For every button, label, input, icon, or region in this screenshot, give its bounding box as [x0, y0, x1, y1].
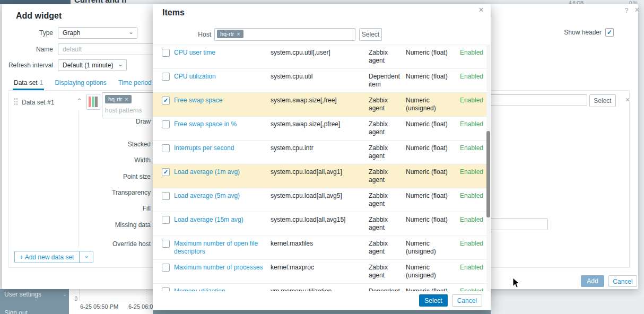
- tab-displaying-options[interactable]: Displaying options: [54, 77, 107, 90]
- item-type: Zabbix agent: [369, 97, 406, 112]
- item-name-link[interactable]: Load average (1m avg): [174, 168, 271, 184]
- item-checkbox[interactable]: [162, 49, 170, 57]
- item-status: Enabled: [455, 240, 483, 256]
- dialog-title: Add widget: [16, 11, 62, 21]
- add-button[interactable]: Add: [581, 275, 604, 287]
- item-key: vm.memory.utilization: [271, 287, 369, 291]
- item-name-link[interactable]: Memory utilization: [174, 287, 271, 291]
- item-key: system.cpu.util[,user]: [271, 49, 369, 65]
- item-checkbox[interactable]: [162, 120, 170, 128]
- modal-select-button[interactable]: Select: [419, 294, 447, 307]
- item-checkbox[interactable]: [162, 240, 170, 248]
- field-label-draw: Draw: [82, 118, 151, 125]
- item-checkbox[interactable]: [162, 287, 170, 291]
- item-info: Numeric (unsigned): [406, 264, 455, 280]
- add-new-data-set-button[interactable]: + Add new data set ⌄: [14, 251, 93, 263]
- name-label: Name: [5, 43, 53, 55]
- add-new-data-set-dropdown[interactable]: ⌄: [80, 251, 93, 263]
- close-icon[interactable]: ×: [632, 5, 642, 15]
- item-status: Enabled: [455, 73, 483, 89]
- item-key: system.swap.size[,pfree]: [271, 120, 369, 136]
- item-info: Numeric (float): [406, 168, 455, 184]
- modal-cancel-button[interactable]: Cancel: [452, 294, 482, 307]
- item-type: Dependent item: [369, 287, 406, 291]
- item-name-link[interactable]: Maximum number of open file descriptors: [174, 240, 271, 256]
- remove-tag-icon[interactable]: ×: [125, 96, 128, 102]
- field-label-transparency: Transparency: [82, 189, 151, 196]
- host-input[interactable]: hq-rtr ×: [214, 28, 355, 41]
- item-checkbox[interactable]: [162, 73, 170, 81]
- item-type: Zabbix agent: [369, 120, 406, 136]
- item-row: CPU user timesystem.cpu.util[,user]Zabbi…: [153, 45, 486, 68]
- item-checkbox[interactable]: [162, 144, 170, 152]
- item-name-link[interactable]: Interrupts per second: [174, 144, 271, 160]
- chart-gridline: [146, 289, 146, 301]
- collapse-chevron-up-icon[interactable]: ⌃: [76, 97, 82, 105]
- item-checkbox[interactable]: [162, 264, 170, 272]
- item-info: Numeric (float): [406, 216, 455, 232]
- host-patterns-field[interactable]: hq-rtr × host patterns: [102, 92, 155, 118]
- scrollbar-thumb[interactable]: [486, 131, 490, 217]
- remove-data-set-icon[interactable]: ×: [625, 95, 630, 104]
- item-checkbox[interactable]: [162, 216, 170, 224]
- item-status: Enabled: [455, 287, 483, 291]
- background-memory-fragment: 4.8 GB: [569, 0, 584, 4]
- item-patterns-select-button[interactable]: Select: [589, 94, 616, 107]
- item-type: Zabbix agent: [369, 168, 406, 184]
- item-key: kernel.maxfiles: [271, 240, 369, 256]
- close-icon[interactable]: ×: [476, 5, 486, 15]
- sidebar-item-user-settings[interactable]: User settings ⌄: [4, 291, 65, 298]
- item-row: ✓Free swap spacesystem.swap.size[,free]Z…: [153, 92, 486, 116]
- item-row: Load average (15m avg)system.cpu.load[al…: [153, 212, 486, 235]
- drag-handle-icon[interactable]: [14, 98, 18, 106]
- chevron-down-icon: ⌄: [128, 28, 134, 36]
- item-status: Enabled: [455, 120, 483, 136]
- chart-y-tick: 0: [69, 296, 77, 302]
- dialog-cancel-button[interactable]: Cancel: [608, 275, 637, 287]
- item-type: Zabbix agent: [369, 216, 406, 232]
- item-info: Numeric (unsigned): [406, 240, 455, 256]
- item-checkbox[interactable]: ✓: [162, 168, 170, 176]
- item-info: Numeric (float): [406, 73, 455, 89]
- item-row: ✓Load average (1m avg)system.cpu.load[al…: [153, 164, 486, 188]
- item-info: Numeric (float): [406, 192, 455, 208]
- show-header-label: Show header: [564, 29, 602, 36]
- item-name-link[interactable]: Maximum number of processes: [174, 264, 271, 280]
- item-row: CPU utilizationsystem.cpu.utilDependent …: [153, 68, 486, 92]
- item-name-link[interactable]: Load average (5m avg): [174, 192, 271, 208]
- item-type: Dependent item: [369, 73, 406, 89]
- chart-x-tick: 6-25 05:50 PM: [80, 303, 118, 310]
- sidebar-item-sign-out[interactable]: Sign out: [4, 309, 28, 314]
- item-name-link[interactable]: Load average (15m avg): [174, 216, 271, 232]
- tab-time-period[interactable]: Time period: [117, 77, 153, 90]
- item-key: system.cpu.load[all,avg5]: [271, 192, 369, 208]
- background-sidebar-top-strip: [0, 0, 71, 4]
- item-name-link[interactable]: CPU utilization: [174, 73, 271, 89]
- item-status: Enabled: [455, 192, 483, 208]
- item-info: Numeric (float): [406, 120, 455, 136]
- item-row: Maximum number of processeskernel.maxpro…: [153, 259, 486, 283]
- plus-icon: +: [20, 254, 25, 261]
- divider: [78, 111, 79, 248]
- item-info: Numeric (unsigned): [406, 97, 455, 112]
- item-checkbox[interactable]: [162, 192, 170, 200]
- chevron-down-icon: ⌄: [63, 291, 67, 297]
- refresh-interval-select[interactable]: Default (1 minute) ⌄: [58, 59, 127, 71]
- show-header-checkbox[interactable]: ✓: [605, 28, 614, 37]
- item-name-link[interactable]: CPU user time: [174, 49, 271, 65]
- items-modal: Items × Host hq-rtr × Select CPU user ti…: [153, 4, 491, 310]
- chart-y-axis: [80, 289, 80, 301]
- color-swatch[interactable]: [86, 94, 100, 110]
- remove-tag-icon[interactable]: ×: [237, 31, 240, 37]
- host-select-button[interactable]: Select: [359, 28, 382, 41]
- type-select[interactable]: Graph ⌄: [58, 27, 137, 39]
- host-label: Host: [185, 31, 211, 38]
- item-status: Enabled: [455, 264, 483, 280]
- help-icon[interactable]: ?: [622, 6, 631, 15]
- item-info: Numeric (float): [406, 49, 455, 65]
- tab-data-set[interactable]: Data set1: [13, 77, 44, 90]
- item-name-link[interactable]: Free swap space in %: [174, 120, 271, 136]
- item-name-link[interactable]: Free swap space: [174, 97, 271, 112]
- item-key: system.swap.size[,free]: [271, 97, 369, 112]
- item-checkbox[interactable]: ✓: [162, 97, 170, 104]
